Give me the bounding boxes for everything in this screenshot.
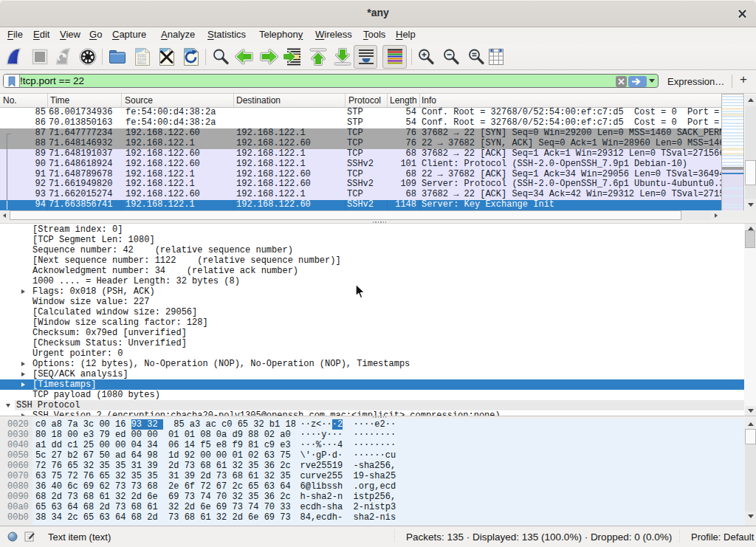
svg-text:0011: 0011	[137, 61, 146, 66]
